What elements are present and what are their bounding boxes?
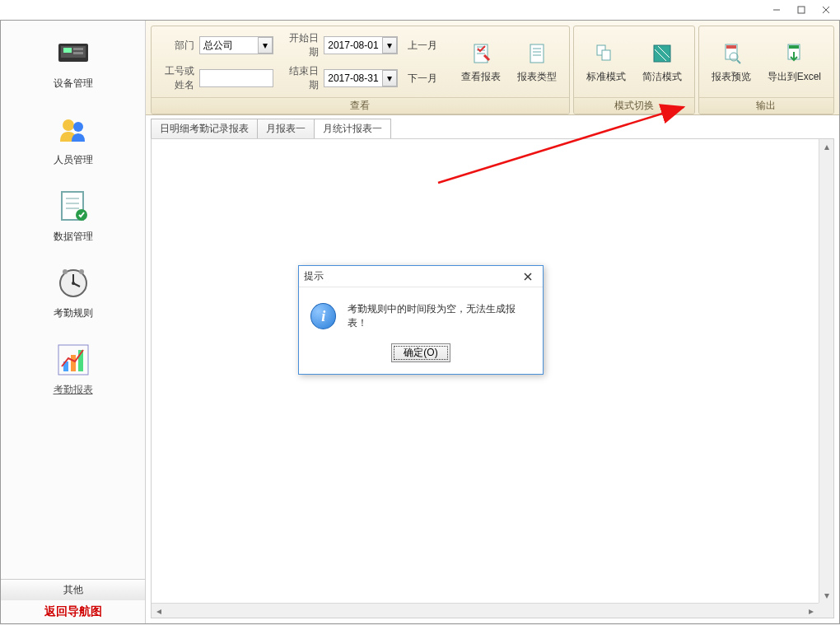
vertical-scrollbar[interactable]: ▴ ▾ bbox=[819, 139, 833, 603]
report-content-area: ▴ ▾ ◂ ▸ bbox=[151, 138, 834, 618]
scroll-right-icon[interactable]: ▸ bbox=[804, 604, 819, 618]
dialog-ok-button[interactable]: 确定(O) bbox=[391, 343, 450, 362]
simple-mode-button[interactable]: 简洁模式 bbox=[637, 38, 688, 86]
ribbon-group-title-view: 查看 bbox=[152, 97, 569, 114]
sidebar-item-label: 数据管理 bbox=[54, 230, 93, 244]
tab-monthly-1[interactable]: 月报表一 bbox=[257, 119, 315, 138]
report-type-button[interactable]: 报表类型 bbox=[511, 38, 562, 86]
svg-rect-39 bbox=[789, 45, 799, 49]
report-tabs: 日明细考勤记录报表 月报表一 月统计报表一 bbox=[146, 115, 839, 138]
prev-month-link[interactable]: 上一月 bbox=[408, 39, 437, 53]
sidebar-other[interactable]: 其他 bbox=[1, 579, 145, 600]
svg-point-21 bbox=[79, 269, 84, 274]
scroll-down-icon[interactable]: ▾ bbox=[819, 588, 834, 603]
people-icon bbox=[57, 114, 90, 147]
ribbon-group-title-output: 输出 bbox=[699, 97, 833, 114]
sidebar-item-person[interactable]: 人员管理 bbox=[54, 114, 93, 167]
view-report-icon bbox=[468, 40, 494, 67]
svg-rect-35 bbox=[726, 45, 736, 49]
svg-rect-27 bbox=[530, 44, 544, 63]
svg-point-10 bbox=[73, 122, 83, 132]
end-date-picker[interactable]: ▾ bbox=[324, 69, 398, 87]
chevron-down-icon[interactable]: ▾ bbox=[258, 37, 273, 54]
svg-rect-8 bbox=[73, 52, 83, 54]
preview-icon bbox=[718, 40, 744, 67]
svg-point-20 bbox=[63, 269, 68, 274]
sidebar-item-data[interactable]: 数据管理 bbox=[54, 190, 93, 244]
close-button[interactable] bbox=[814, 2, 838, 18]
report-type-icon bbox=[524, 40, 550, 67]
svg-rect-6 bbox=[63, 48, 72, 53]
dialog-titlebar[interactable]: 提示 bbox=[299, 266, 543, 287]
svg-rect-7 bbox=[73, 48, 83, 50]
device-icon bbox=[57, 37, 90, 70]
sidebar-return-nav[interactable]: 返回导航图 bbox=[1, 600, 145, 623]
svg-rect-24 bbox=[71, 355, 76, 371]
sidebar-item-label: 人员管理 bbox=[54, 153, 93, 167]
standard-mode-button[interactable]: 标准模式 bbox=[581, 38, 632, 86]
svg-line-37 bbox=[737, 60, 740, 63]
sidebar-item-label: 设备管理 bbox=[54, 77, 93, 91]
standard-mode-icon bbox=[593, 40, 619, 67]
chevron-down-icon[interactable]: ▾ bbox=[382, 70, 397, 86]
preview-button[interactable]: 报表预览 bbox=[706, 38, 757, 86]
sidebar-item-label: 考勤报表 bbox=[54, 383, 93, 397]
clock-icon bbox=[57, 267, 90, 300]
svg-point-9 bbox=[63, 119, 74, 131]
start-date-label: 开始日期 bbox=[283, 31, 320, 59]
info-icon: i bbox=[310, 303, 336, 329]
tab-monthly-stats-1[interactable]: 月统计报表一 bbox=[314, 119, 391, 138]
dept-select[interactable]: ▾ bbox=[199, 36, 273, 54]
window-titlebar bbox=[0, 0, 840, 20]
sidebar-item-label: 考勤规则 bbox=[54, 306, 93, 320]
chart-icon bbox=[57, 343, 90, 376]
view-report-button[interactable]: 查看报表 bbox=[455, 38, 506, 86]
close-icon bbox=[524, 273, 532, 281]
sidebar-item-rules[interactable]: 考勤规则 bbox=[54, 267, 93, 320]
emp-input[interactable] bbox=[199, 69, 273, 87]
scroll-left-icon[interactable]: ◂ bbox=[152, 604, 166, 618]
dialog-title: 提示 bbox=[304, 269, 324, 283]
ribbon-group-title-mode: 模式切换 bbox=[574, 97, 694, 114]
sidebar: 设备管理 人员管理 数据管理 bbox=[1, 21, 146, 623]
sidebar-item-device[interactable]: 设备管理 bbox=[54, 37, 93, 91]
start-date-picker[interactable]: ▾ bbox=[324, 36, 398, 54]
export-excel-icon bbox=[781, 40, 807, 67]
dept-label: 部门 bbox=[158, 39, 194, 53]
maximize-button[interactable] bbox=[789, 2, 814, 18]
chevron-down-icon[interactable]: ▾ bbox=[382, 37, 397, 54]
tab-daily-detail[interactable]: 日明细考勤记录报表 bbox=[151, 119, 258, 138]
sidebar-item-report[interactable]: 考勤报表 bbox=[54, 343, 93, 397]
simple-mode-icon bbox=[649, 40, 675, 67]
scroll-up-icon[interactable]: ▴ bbox=[819, 139, 834, 154]
svg-rect-32 bbox=[602, 50, 610, 60]
document-icon bbox=[57, 190, 90, 223]
svg-rect-1 bbox=[798, 7, 805, 13]
end-date-label: 结束日期 bbox=[283, 64, 320, 92]
dialog-message: 考勤规则中的时间段为空，无法生成报表！ bbox=[348, 302, 531, 330]
next-month-link[interactable]: 下一月 bbox=[408, 72, 437, 86]
dialog-close-button[interactable] bbox=[518, 268, 538, 285]
export-excel-button[interactable]: 导出到Excel bbox=[762, 38, 827, 86]
scroll-corner bbox=[819, 603, 833, 618]
ribbon: 部门 ▾ 开始日期 ▾ bbox=[146, 21, 839, 115]
horizontal-scrollbar[interactable]: ◂ ▸ bbox=[152, 603, 819, 618]
svg-rect-33 bbox=[654, 45, 670, 62]
message-dialog: 提示 i 考勤规则中的时间段为空，无法生成报表！ 确定(O) bbox=[298, 265, 544, 375]
minimize-button[interactable] bbox=[764, 2, 789, 18]
emp-label: 工号或姓名 bbox=[158, 64, 194, 92]
